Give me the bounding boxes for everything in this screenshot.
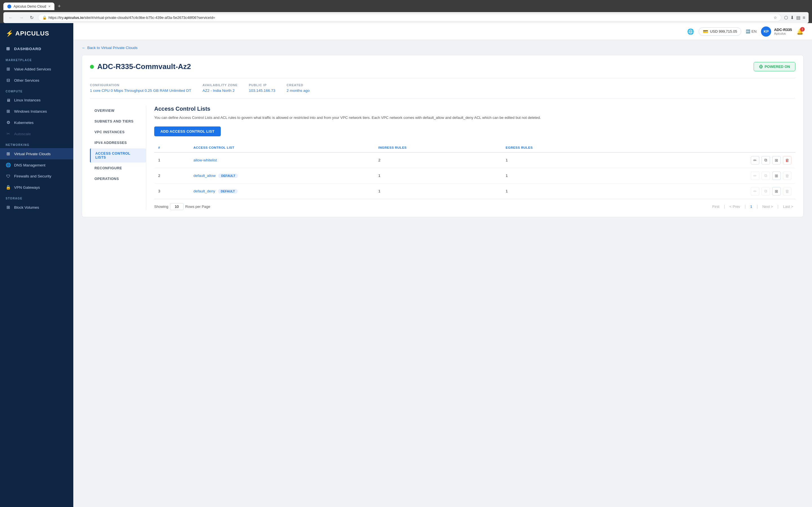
tab-title: Apiculus Demo Cloud (13, 4, 46, 8)
power-icon: ⏻ (759, 64, 763, 69)
add-acl-button[interactable]: ADD ACCESS CONTROL LIST (154, 126, 221, 136)
url-text: https://try.apiculus.io/site/#/virtual-p… (49, 15, 772, 20)
firewall-icon: 🛡 (6, 174, 11, 179)
user-menu[interactable]: KP ADC-R335 Apiculus (761, 26, 792, 37)
avatar: KP (761, 26, 771, 37)
network-btn[interactable]: ⊞ (772, 187, 781, 195)
download-icon[interactable]: ⬇ (790, 15, 794, 20)
sidebar-item-virtual-private-clouds[interactable]: ⊞ Virtual Private Clouds (0, 148, 73, 159)
bell-badge: 1 (800, 27, 805, 32)
page-body: ← Back to Virtual Private Clouds ADC-R33… (73, 40, 812, 507)
tab-favicon (7, 4, 11, 8)
col-egress: EGRESS RULES (502, 143, 625, 152)
status-dot (90, 65, 94, 69)
sidebar-item-linux-instances[interactable]: 🖥 Linux Instances (0, 95, 73, 106)
delete-btn-disabled: 🗑 (783, 187, 792, 195)
sidebar-item-kubernetes[interactable]: ⚙ Kubernetes (0, 117, 73, 128)
row-ingress: 1 (374, 168, 502, 183)
default-badge: DEFAULT (218, 173, 238, 178)
wallet-icon: 💳 (703, 29, 708, 34)
sidebar-toggle-icon[interactable]: ▤ (796, 15, 801, 20)
copy-btn-disabled: ⧉ (762, 172, 770, 180)
copy-btn[interactable]: ⧉ (762, 156, 770, 165)
col-num: # (154, 143, 190, 152)
star-icon[interactable]: ☆ (774, 15, 777, 20)
table-body: 1 allow-whitelist 2 1 ✏ (154, 152, 795, 199)
nav-item-ipv4-addresses[interactable]: IPV4 ADDRESSES (90, 138, 146, 148)
nav-item-access-control-lists[interactable]: ACCESS CONTROL LISTS (90, 149, 146, 163)
row-num: 3 (154, 183, 190, 199)
sep2: | (745, 204, 746, 209)
config-label: CONFIGURATION (90, 83, 191, 87)
sidebar-item-block-volumes[interactable]: ⊞ Block Volumes (0, 202, 73, 213)
default-badge: DEFAULT (218, 189, 238, 193)
menu-icon[interactable]: ≡ (803, 15, 805, 20)
globe-icon[interactable]: 🌐 (687, 28, 694, 35)
network-btn[interactable]: ⊞ (772, 172, 781, 180)
nav-item-reconfigure[interactable]: RECONFIGURE (90, 163, 146, 173)
acl-link[interactable]: default_allow (193, 173, 216, 178)
rows-per-page-input[interactable] (170, 203, 184, 210)
sidebar-item-label: Other Services (14, 78, 39, 82)
row-egress: 1 (502, 168, 625, 183)
tab-close-btn[interactable]: × (48, 4, 50, 8)
edit-btn[interactable]: ✏ (751, 156, 759, 165)
browser-toolbar: ← → ↻ 🔒 https://try.apiculus.io/site/#/v… (3, 12, 809, 23)
top-header: 🌐 💳 USD 999,715.05 🔤 EN KP ADC-R335 Apic… (73, 23, 812, 40)
back-btn[interactable]: ← (7, 15, 15, 21)
sep1: | (724, 204, 725, 209)
row-ingress: 1 (374, 183, 502, 199)
sidebar-item-value-added-services[interactable]: ⊞ Value Added Services (0, 63, 73, 75)
last-btn[interactable]: Last > (781, 203, 795, 210)
acl-link[interactable]: default_deny (193, 189, 215, 193)
edit-btn-disabled: ✏ (751, 187, 759, 195)
az-label: AVAILABILITY ZONE (202, 83, 238, 87)
back-link-label: Back to Virtual Private Clouds (87, 46, 138, 50)
language-selector[interactable]: 🔤 EN (746, 29, 756, 34)
nav-item-overview[interactable]: OVERVIEW (90, 106, 146, 116)
sidebar-item-label: Windows Instances (14, 109, 47, 114)
reload-btn[interactable]: ↻ (28, 14, 35, 21)
sidebar-item-other-services[interactable]: ⊟ Other Services (0, 75, 73, 86)
row-num: 1 (154, 152, 190, 168)
acl-link[interactable]: allow-whitelist (193, 158, 217, 162)
sidebar-item-windows-instances[interactable]: ⊞ Windows Instances (0, 106, 73, 117)
dashboard-icon: ⊞ (6, 46, 11, 51)
nav-item-operations[interactable]: OPERATIONS (90, 174, 146, 184)
balance-display[interactable]: 💳 USD 999,715.05 (699, 27, 741, 36)
storage-section-label: STORAGE (0, 193, 73, 202)
sidebar-item-firewalls-security[interactable]: 🛡 Firewalls and Security (0, 171, 73, 182)
section-description: You can define Access Control Lists and … (154, 115, 795, 121)
col-acl: ACCESS CONTROL LIST (190, 143, 374, 152)
logo-text: ⚡ APICULUS (6, 30, 68, 37)
vas-icon: ⊞ (6, 66, 11, 71)
prev-btn[interactable]: < Prev (727, 203, 742, 210)
content-layout: OVERVIEW SUBNETS AND TIERS VPC INSTANCES… (90, 106, 795, 210)
sidebar-item-dns-management[interactable]: 🌐 DNS Management (0, 159, 73, 171)
first-btn[interactable]: First (710, 203, 721, 210)
user-name: ADC-R335 (774, 27, 792, 32)
sidebar-item-dashboard[interactable]: ⊞ DASHBOARD (0, 43, 73, 55)
sidebar-item-vpn-gateways[interactable]: 🔒 VPN Gateways (0, 182, 73, 193)
nav-item-subnets-tiers[interactable]: SUBNETS AND TIERS (90, 116, 146, 126)
table-header: # ACCESS CONTROL LIST INGRESS RULES EGRE… (154, 143, 795, 152)
delete-btn-disabled: 🗑 (783, 172, 792, 180)
next-btn[interactable]: Next > (760, 203, 775, 210)
powered-on-button[interactable]: ⏻ POWERED ON (754, 62, 795, 71)
forward-btn[interactable]: → (17, 15, 26, 21)
instance-header: ADC-R335-Commvault-Az2 ⏻ POWERED ON (90, 62, 795, 71)
extensions-icon[interactable]: ⬡ (784, 15, 788, 20)
nav-item-vpc-instances[interactable]: VPC INSTANCES (90, 127, 146, 137)
notification-bell[interactable]: 🔔 1 (797, 28, 804, 35)
meta-created: CREATED 2 months ago (287, 83, 310, 94)
browser-tab-active[interactable]: Apiculus Demo Cloud × (3, 3, 54, 10)
autoscale-icon: ✂ (6, 131, 11, 136)
url-bar[interactable]: 🔒 https://try.apiculus.io/site/#/virtual… (38, 14, 781, 21)
new-tab-btn[interactable]: + (56, 2, 63, 10)
network-btn[interactable]: ⊞ (772, 156, 781, 165)
row-actions-cell: ✏ ⧉ ⊞ 🗑 (625, 152, 795, 168)
delete-btn[interactable]: 🗑 (783, 156, 792, 165)
back-link[interactable]: ← Back to Virtual Private Clouds (82, 46, 804, 50)
vpn-icon: 🔒 (6, 185, 11, 190)
meta-config: CONFIGURATION 1 core CPU 0 Mbps Throughp… (90, 83, 191, 94)
